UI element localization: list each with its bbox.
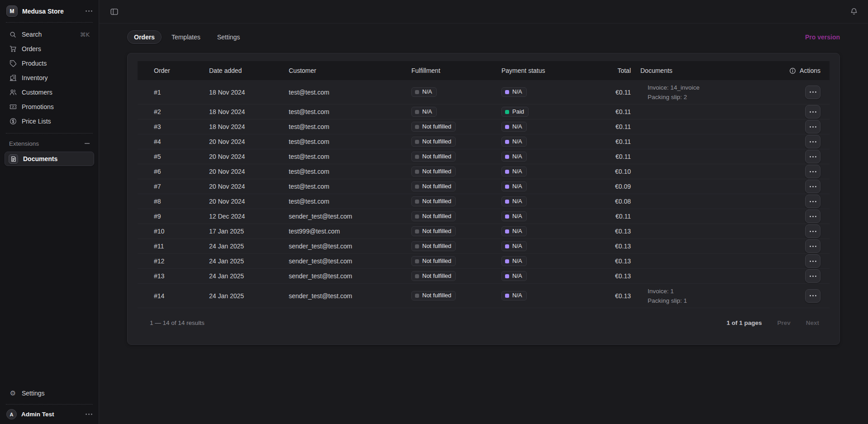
sidebar-item-search[interactable]: Search⌘K: [5, 27, 94, 42]
row-actions-button[interactable]: [805, 239, 820, 253]
payment-status-badge: N/A: [501, 196, 527, 206]
payment-status-cell: N/A: [501, 167, 592, 176]
fulfillment-badge: Not fulfilled: [411, 241, 456, 251]
row-actions-button[interactable]: [805, 269, 820, 283]
total-cell: €0.13: [592, 292, 631, 300]
badge-label: Not fulfilled: [422, 168, 451, 175]
sidebar-item-label: Products: [22, 60, 47, 67]
customer-cell: test@test.com: [289, 138, 411, 145]
date-added-cell: 18 Nov 2024: [209, 89, 289, 96]
order-cell: #5: [138, 153, 209, 160]
payment-status-badge: N/A: [501, 122, 527, 132]
row-actions-button[interactable]: [805, 224, 820, 238]
fulfillment-badge: Not fulfilled: [411, 152, 456, 162]
row-actions-button[interactable]: [805, 180, 820, 193]
customers-icon: [9, 89, 17, 96]
row-actions-button[interactable]: [805, 165, 820, 178]
table-footer: 1 — 14 of 14 results 1 of 1 pages Prev N…: [138, 308, 830, 337]
actions-cell: [785, 254, 830, 268]
fulfillment-badge: N/A: [411, 87, 437, 97]
column-header-customer: Customer: [289, 67, 411, 74]
store-avatar: M: [6, 5, 18, 17]
column-header-actions: Actions: [785, 67, 830, 74]
sidebar-item-customers[interactable]: Customers: [5, 85, 94, 100]
extensions-label: Extensions: [9, 140, 39, 147]
table-row[interactable]: #620 Nov 2024test@test.comNot fulfilledN…: [138, 164, 830, 179]
status-dot: [505, 110, 509, 114]
payment-status-badge: N/A: [501, 226, 527, 236]
badge-label: Not fulfilled: [422, 243, 451, 250]
column-header-total: Total: [592, 67, 631, 74]
tab-settings[interactable]: Settings: [210, 30, 247, 44]
badge-label: Not fulfilled: [422, 124, 451, 130]
payment-status-cell: N/A: [501, 226, 592, 236]
ellipsis-icon: [810, 156, 816, 157]
status-dot: [415, 125, 419, 129]
row-actions-button[interactable]: [805, 210, 820, 223]
actions-cell: [785, 224, 830, 238]
table-row[interactable]: #820 Nov 2024test@test.comNot fulfilledN…: [138, 194, 830, 209]
row-actions-button[interactable]: [805, 135, 820, 148]
table-row[interactable]: #1424 Jan 2025sender_test@test.comNot fu…: [138, 284, 830, 308]
table-row[interactable]: #118 Nov 2024test@test.comN/AN/A€0.11Inv…: [138, 80, 830, 105]
ellipsis-icon: [810, 295, 816, 296]
fulfillment-cell: Not fulfilled: [411, 152, 501, 162]
sidebar-item-products[interactable]: Products: [5, 56, 94, 71]
column-header-payment-status: Payment status: [501, 67, 592, 74]
date-added-cell: 24 Jan 2025: [209, 272, 289, 280]
actions-cell: [785, 269, 830, 283]
prev-page-button[interactable]: Prev: [777, 319, 790, 326]
ellipsis-icon: [810, 276, 816, 277]
row-actions-button[interactable]: [805, 254, 820, 268]
row-actions-button[interactable]: [805, 105, 820, 119]
notifications-button[interactable]: [849, 6, 859, 17]
sidebar-item-documents[interactable]: Documents: [5, 152, 94, 166]
row-actions-button[interactable]: [805, 150, 820, 163]
date-added-cell: 18 Nov 2024: [209, 108, 289, 115]
badge-label: N/A: [422, 109, 432, 115]
ellipsis-icon: [810, 216, 816, 217]
sidebar-item-promotions[interactable]: Promotions: [5, 100, 94, 114]
pro-version-link[interactable]: Pro version: [805, 33, 840, 41]
table-row[interactable]: #1124 Jan 2025sender_test@test.comNot fu…: [138, 239, 830, 254]
total-cell: €0.10: [592, 168, 631, 175]
row-actions-button[interactable]: [805, 120, 820, 133]
customer-cell: test@test.com: [289, 123, 411, 130]
status-dot: [415, 90, 419, 94]
fulfillment-cell: Not fulfilled: [411, 137, 501, 147]
results-count: 1 — 14 of 14 results: [150, 319, 205, 326]
row-actions-button[interactable]: [805, 86, 820, 99]
tab-templates[interactable]: Templates: [165, 30, 207, 44]
sidebar-item-settings[interactable]: ⚙ Settings: [5, 386, 94, 400]
next-page-button[interactable]: Next: [806, 319, 819, 326]
sidebar-toggle-button[interactable]: [109, 7, 119, 17]
table-row[interactable]: #1224 Jan 2025sender_test@test.comNot fu…: [138, 254, 830, 269]
table-row[interactable]: #720 Nov 2024test@test.comNot fulfilledN…: [138, 179, 830, 194]
status-dot: [505, 259, 509, 263]
table-row[interactable]: #912 Dec 2024sender_test@test.comNot ful…: [138, 209, 830, 224]
tab-orders[interactable]: Orders: [127, 30, 162, 44]
fulfillment-badge: Not fulfilled: [411, 211, 456, 221]
user-menu-ellipsis-icon[interactable]: [86, 414, 92, 415]
orders-icon: [9, 45, 17, 53]
sidebar-item-orders[interactable]: Orders: [5, 42, 94, 56]
status-dot: [505, 90, 509, 94]
sidebar-item-price-lists[interactable]: Price Lists: [5, 114, 94, 129]
table-row[interactable]: #1017 Jan 2025test999@test.comNot fulfil…: [138, 224, 830, 239]
store-menu[interactable]: M Medusa Store: [0, 0, 99, 22]
store-menu-ellipsis-icon[interactable]: [86, 10, 92, 12]
documents-cell: Invoice: 1Packing slip: 1: [631, 288, 785, 304]
table-row[interactable]: #1324 Jan 2025sender_test@test.comNot fu…: [138, 269, 830, 284]
collapse-extensions-icon[interactable]: [85, 143, 90, 144]
info-icon[interactable]: [789, 67, 796, 74]
customer-cell: test@test.com: [289, 89, 411, 96]
user-menu[interactable]: A Admin Test: [0, 405, 99, 424]
table-row[interactable]: #420 Nov 2024test@test.comNot fulfilledN…: [138, 134, 830, 149]
table-row[interactable]: #218 Nov 2024test@test.comN/APaid€0.11: [138, 105, 830, 119]
sidebar-item-inventory[interactable]: Inventory: [5, 71, 94, 85]
date-added-cell: 20 Nov 2024: [209, 138, 289, 145]
row-actions-button[interactable]: [805, 195, 820, 208]
row-actions-button[interactable]: [805, 289, 820, 303]
table-row[interactable]: #520 Nov 2024test@test.comNot fulfilledN…: [138, 149, 830, 164]
table-row[interactable]: #318 Nov 2024test@test.comNot fulfilledN…: [138, 119, 830, 134]
